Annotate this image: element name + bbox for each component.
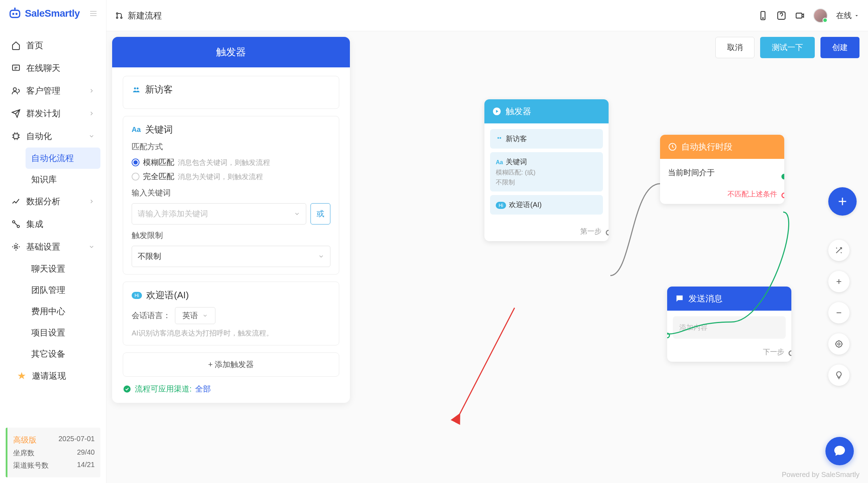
minus-icon — [834, 308, 844, 317]
nav-team[interactable]: 团队管理 — [26, 279, 100, 301]
nav-integration[interactable]: 集成 — [6, 213, 100, 235]
message-icon — [675, 294, 684, 303]
limit-select[interactable]: 不限制 — [132, 246, 330, 267]
plus-icon — [836, 195, 849, 208]
node-trigger[interactable]: 触发器 新访客 Aa关键词 模糊匹配: (或) 不限制 Hi欢迎语(AI) 第一… — [484, 99, 609, 241]
star-icon — [17, 371, 26, 381]
nav-knowledge[interactable]: 知识库 — [26, 169, 100, 190]
hint-button[interactable] — [828, 365, 850, 386]
node-nomatch: 不匹配上述条件 — [660, 187, 784, 204]
send-icon — [11, 109, 21, 118]
test-button[interactable]: 测试一下 — [760, 37, 815, 58]
sidebar: SaleSmartly 首页 在线聊天 客户管理 群发计划 自动化 自动化流程 … — [0, 0, 106, 483]
chevron-right-icon — [88, 88, 95, 94]
item-label: 新访客 — [506, 135, 527, 143]
svg-point-24 — [500, 137, 501, 139]
nav-home[interactable]: 首页 — [6, 34, 100, 57]
node-item-visitor[interactable]: 新访客 — [490, 129, 603, 149]
chat-bubble-icon — [833, 444, 847, 458]
radio-exact[interactable]: 完全匹配消息为关键词，则触发流程 — [132, 171, 330, 182]
chevron-down-icon — [88, 244, 95, 250]
help-icon[interactable] — [776, 11, 786, 21]
nav-chat-settings[interactable]: 聊天设置 — [26, 258, 100, 279]
nav-analytics[interactable]: 数据分析 — [6, 190, 100, 213]
header: 新建流程 在线 — [106, 0, 868, 31]
limit-label: 触发限制 — [132, 230, 330, 241]
nav-label: 邀请返现 — [32, 370, 66, 382]
aa-icon: Aa — [496, 159, 503, 165]
plan-channels-val: 14/21 — [77, 461, 95, 470]
header-right: 在线 — [758, 9, 859, 23]
radio-fuzzy[interactable]: 模糊匹配消息包含关键词，则触发流程 — [132, 157, 330, 168]
svg-line-21 — [458, 308, 515, 418]
video-icon[interactable] — [795, 11, 805, 21]
keyword-input[interactable]: 请输入并添加关键词 — [132, 203, 306, 224]
channel-value[interactable]: 全部 — [195, 384, 211, 394]
zoom-in-button[interactable] — [828, 271, 850, 292]
input-kw-label: 输入关键词 — [132, 188, 330, 198]
hi-badge: Hi — [132, 292, 142, 299]
nav-customers[interactable]: 客户管理 — [6, 79, 100, 102]
section-label: 新访客 — [145, 83, 173, 96]
nav-settings[interactable]: 基础设置 — [6, 235, 100, 258]
home-icon — [11, 41, 21, 50]
add-trigger-button[interactable]: + 添加触发器 — [123, 352, 339, 377]
nav-label: 自动化流程 — [31, 152, 74, 164]
nav-label: 费用中心 — [31, 306, 65, 317]
svg-point-13 — [116, 17, 118, 18]
status-dropdown[interactable]: 在线 — [836, 10, 859, 21]
center-button[interactable] — [828, 333, 850, 355]
or-button[interactable]: 或 — [311, 203, 330, 224]
select-value: 不限制 — [138, 251, 161, 262]
plan-name: 高级版 — [13, 435, 37, 445]
hamburger-icon[interactable] — [89, 9, 98, 18]
nav-label: 首页 — [26, 40, 43, 51]
clock-icon — [668, 142, 677, 151]
chip-icon — [11, 132, 21, 141]
plan-box: 高级版2025-07-01 坐席数29/40 渠道账号数14/21 — [6, 428, 100, 477]
node-footer: 下一步 — [667, 344, 791, 362]
node-schedule[interactable]: 自动执行时段 当前时间介于 不匹配上述条件 — [660, 135, 784, 204]
section-label: 欢迎语(AI) — [146, 289, 189, 301]
avatar-wrap[interactable] — [813, 9, 828, 23]
nav-devices[interactable]: 其它设备 — [26, 343, 100, 365]
magic-button[interactable] — [828, 240, 850, 261]
chevron-down-icon — [202, 313, 208, 318]
logo-row: SaleSmartly — [0, 0, 106, 27]
zoom-out-button[interactable] — [828, 302, 850, 323]
nav-label: 聊天设置 — [31, 263, 65, 274]
nav-broadcast[interactable]: 群发计划 — [6, 102, 100, 125]
section-label: 关键词 — [145, 123, 173, 136]
canvas[interactable]: 取消 测试一下 创建 触发器 新访客 Aa关键词 匹配方式 模糊匹配消息包含关键… — [106, 31, 868, 483]
lang-select[interactable]: 英语 — [175, 307, 215, 324]
cancel-button[interactable]: 取消 — [715, 37, 754, 58]
channel-label: 流程可应用渠道: — [135, 384, 192, 394]
node-title: 触发器 — [506, 106, 531, 117]
nav-chat[interactable]: 在线聊天 — [6, 57, 100, 79]
svg-point-26 — [838, 343, 840, 345]
status-label: 在线 — [836, 10, 852, 21]
radio-hint: 消息为关键词，则触发流程 — [178, 172, 263, 182]
nav-invite[interactable]: 邀请返现 — [6, 365, 100, 387]
svg-point-12 — [121, 17, 122, 18]
add-node-button[interactable] — [828, 187, 857, 216]
select-value: 英语 — [182, 310, 198, 321]
nav-auto-flow[interactable]: 自动化流程 — [26, 148, 100, 169]
chat-widget-button[interactable] — [825, 437, 854, 465]
add-content-button[interactable]: 添加内容 — [673, 316, 786, 339]
nav-project[interactable]: 项目设置 — [26, 322, 100, 343]
breadcrumb: 新建流程 — [115, 10, 162, 21]
node-send[interactable]: 发送消息 添加内容 下一步 — [667, 287, 791, 362]
section-new-visitor[interactable]: 新访客 — [123, 76, 339, 109]
nav-label: 项目设置 — [31, 327, 65, 338]
svg-point-19 — [137, 87, 139, 89]
create-button[interactable]: 创建 — [820, 37, 859, 58]
nav: 首页 在线聊天 客户管理 群发计划 自动化 自动化流程 知识库 数据分析 集成 … — [0, 27, 106, 422]
mobile-icon[interactable] — [758, 11, 768, 21]
nav-billing[interactable]: 费用中心 — [26, 301, 100, 322]
nav-automation[interactable]: 自动化 — [6, 125, 100, 148]
node-item-greeting[interactable]: Hi欢迎语(AI) — [490, 195, 603, 215]
radio-icon — [132, 173, 139, 181]
nav-label: 团队管理 — [31, 284, 65, 296]
node-item-keyword[interactable]: Aa关键词 模糊匹配: (或) 不限制 — [490, 152, 603, 191]
